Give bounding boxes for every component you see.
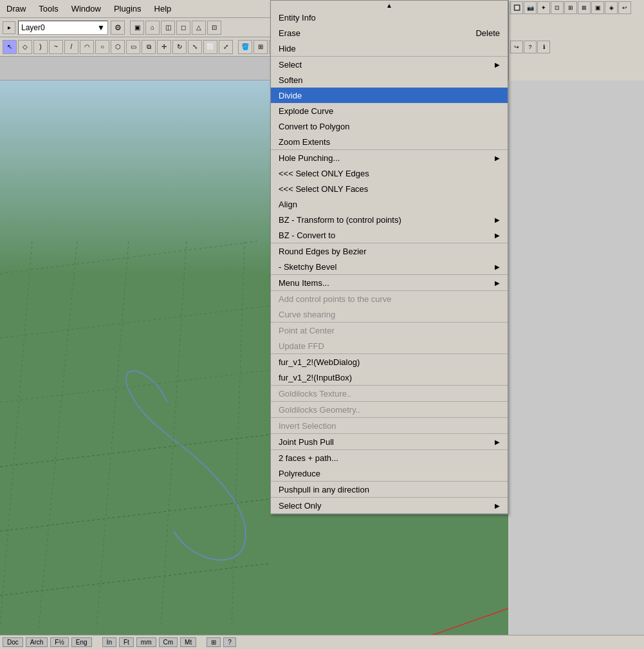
menu-select-only[interactable]: Select Only ▶ bbox=[271, 498, 508, 513]
menu-items[interactable]: Menu Items... ▶ bbox=[271, 275, 508, 290]
menu-erase[interactable]: Erase Delete bbox=[271, 25, 508, 41]
layer-name: Layer0 bbox=[21, 23, 45, 32]
menu-bz-transform[interactable]: BZ - Transform to (control points) ▶ bbox=[271, 212, 508, 227]
line-tool[interactable]: / bbox=[64, 40, 78, 54]
unit-mm[interactable]: mm bbox=[136, 637, 156, 647]
rt-btn-7[interactable]: ▣ bbox=[591, 1, 604, 14]
svg-line-11 bbox=[270, 608, 508, 635]
status-eng[interactable]: Eng bbox=[71, 637, 92, 647]
menu-add-control-points: Add control points to the curve bbox=[271, 291, 508, 306]
menu-soften[interactable]: Soften bbox=[271, 72, 508, 88]
tool-2[interactable]: ⌂ bbox=[145, 21, 160, 35]
rotate-tool[interactable]: ↻ bbox=[172, 40, 187, 54]
status-arch[interactable]: Arch bbox=[26, 637, 48, 647]
rt-btn-6[interactable]: ⊠ bbox=[578, 1, 591, 14]
menu-polyreduce[interactable]: Polyreduce bbox=[271, 466, 508, 481]
rt-btn-3[interactable]: ✦ bbox=[537, 1, 550, 14]
rt-btn-2[interactable]: 📷 bbox=[524, 1, 537, 14]
menu-divide[interactable]: Divide bbox=[271, 88, 508, 103]
svg-line-1 bbox=[0, 306, 270, 338]
menu-fur-inputbox[interactable]: fur_v1_2!(InputBox) bbox=[271, 370, 508, 385]
tool-4[interactable]: ◻ bbox=[176, 21, 190, 35]
section-select-only: Select Only ▶ bbox=[271, 498, 508, 514]
status-grid[interactable]: ⊞ bbox=[207, 637, 221, 647]
menu-convert-polygon[interactable]: Convert to Polygon bbox=[271, 118, 508, 134]
menu-help[interactable]: Help bbox=[151, 3, 176, 15]
menu-draw[interactable]: Draw bbox=[3, 3, 30, 15]
rt-help[interactable]: ? bbox=[524, 41, 537, 53]
menu-2faces-path[interactable]: 2 faces + path... bbox=[271, 450, 508, 466]
joint-arrow: ▶ bbox=[495, 438, 500, 446]
push-tool[interactable]: ⧉ bbox=[142, 40, 156, 54]
section-select: Select ▶ Soften Divide Explode Curve Con… bbox=[271, 57, 508, 150]
rt-btn-10[interactable]: ↪ bbox=[510, 41, 523, 53]
layer-selector[interactable]: Layer0 ▼ bbox=[18, 21, 108, 35]
menu-items-arrow: ▶ bbox=[495, 279, 500, 287]
unit-mt[interactable]: Mt bbox=[180, 637, 196, 647]
freehand-tool[interactable]: ~ bbox=[49, 40, 63, 54]
paint-tool[interactable]: 🪣 bbox=[238, 40, 252, 54]
svg-line-7 bbox=[39, 241, 77, 628]
menu-tools[interactable]: Tools bbox=[35, 3, 62, 15]
tool-3[interactable]: ◫ bbox=[161, 21, 175, 35]
rt-btn-1[interactable]: 🔲 bbox=[510, 1, 523, 14]
menu-bz-convert[interactable]: BZ - Convert to ▶ bbox=[271, 227, 508, 243]
layer-icon[interactable]: ▸ bbox=[3, 21, 15, 34]
status-f2[interactable]: F½ bbox=[50, 637, 68, 647]
rt-btn-9[interactable]: ↩ bbox=[618, 1, 631, 14]
rt-btn-4[interactable]: ⊡ bbox=[551, 1, 564, 14]
layer-settings[interactable]: ⚙ bbox=[111, 21, 125, 35]
menu-window[interactable]: Window bbox=[68, 3, 105, 15]
tool-1[interactable]: ▣ bbox=[130, 21, 144, 35]
menu-pushpull-direction[interactable]: Pushpull in any direction bbox=[271, 482, 508, 497]
section-menu-items: Menu Items... ▶ bbox=[271, 275, 508, 291]
menu-zoom-extents[interactable]: Zoom Extents bbox=[271, 134, 508, 149]
bz-convert-arrow: ▶ bbox=[495, 232, 500, 239]
menu-explode-curve[interactable]: Explode Curve bbox=[271, 103, 508, 118]
svg-line-6 bbox=[0, 241, 32, 628]
section-curve: Add control points to the curve Curve sh… bbox=[271, 291, 508, 323]
menu-round-edges[interactable]: Round Edges by Bezier bbox=[271, 243, 508, 259]
status-info[interactable]: ? bbox=[223, 637, 236, 647]
section-round: Round Edges by Bezier - Sketchy Bevel ▶ bbox=[271, 243, 508, 275]
unit-ft[interactable]: Ft bbox=[119, 637, 134, 647]
status-bar: Doc Arch F½ Eng In Ft mm Cm Mt ⊞ ? bbox=[0, 635, 644, 649]
unit-in[interactable]: In bbox=[102, 637, 116, 647]
menu-select[interactable]: Select ▶ bbox=[271, 57, 508, 72]
unit-cm[interactable]: Cm bbox=[159, 637, 178, 647]
select-tool[interactable]: ↖ bbox=[3, 40, 17, 54]
polygon-tool[interactable]: ⬡ bbox=[111, 40, 125, 54]
rt-info[interactable]: ℹ bbox=[537, 41, 550, 53]
svg-line-10 bbox=[232, 241, 244, 628]
menu-hide[interactable]: Hide bbox=[271, 41, 508, 56]
offset-tool[interactable]: ⬜ bbox=[203, 40, 217, 54]
hole-arrow: ▶ bbox=[495, 155, 500, 162]
tool-6[interactable]: ⊡ bbox=[207, 21, 221, 35]
rt-btn-8[interactable]: ◈ bbox=[605, 1, 618, 14]
menu-fur-webdialog[interactable]: fur_v1_2!(WebDialog) bbox=[271, 354, 508, 370]
menu-align[interactable]: Align bbox=[271, 196, 508, 212]
menu-joint-push-pull[interactable]: Joint Push Pull ▶ bbox=[271, 434, 508, 449]
menu-select-faces[interactable]: <<< Select ONLY Faces bbox=[271, 181, 508, 196]
arc2-tool[interactable]: ◠ bbox=[80, 40, 94, 54]
texture-tool[interactable]: ⊞ bbox=[253, 40, 268, 54]
svg-line-0 bbox=[0, 241, 257, 274]
menu-hole-punching[interactable]: Hole Punching... ▶ bbox=[271, 150, 508, 165]
menu-sketchy-bevel[interactable]: - Sketchy Bevel ▶ bbox=[271, 259, 508, 274]
circle-tool[interactable]: ○ bbox=[95, 40, 109, 54]
status-doc[interactable]: Doc bbox=[3, 637, 23, 647]
rt-btn-5[interactable]: ⊞ bbox=[564, 1, 577, 14]
menu-entity-info[interactable]: Entity Info bbox=[271, 10, 508, 25]
tape-tool[interactable]: ⤢ bbox=[219, 40, 233, 54]
move-tool[interactable]: ✛ bbox=[157, 40, 171, 54]
tool-5[interactable]: △ bbox=[192, 21, 206, 35]
erase-tool[interactable]: ◇ bbox=[18, 40, 32, 54]
menu-plugins[interactable]: Plugins bbox=[110, 3, 145, 15]
scroll-up-btn[interactable]: ▲ bbox=[271, 1, 508, 10]
rect-tool[interactable]: ▭ bbox=[126, 40, 140, 54]
menu-select-edges[interactable]: <<< Select ONLY Edges bbox=[271, 165, 508, 181]
arc-tool[interactable]: ) bbox=[33, 40, 48, 54]
svg-line-3 bbox=[0, 435, 270, 467]
scale-tool[interactable]: ⤡ bbox=[188, 40, 202, 54]
section-goldilocks-geometry: Goldilocks Geometry.. bbox=[271, 402, 508, 418]
